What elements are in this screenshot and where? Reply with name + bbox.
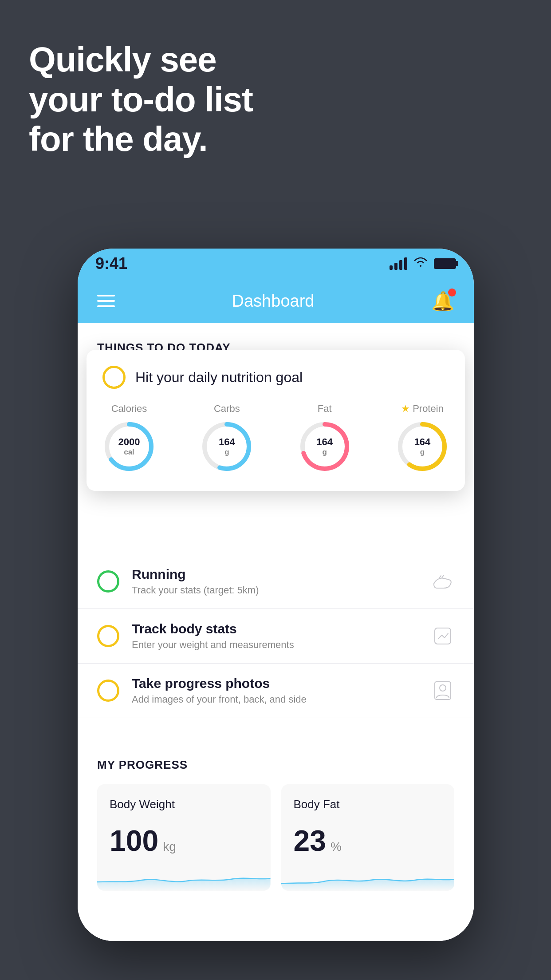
progress-title: MY PROGRESS (97, 758, 454, 772)
body-weight-chart (97, 864, 271, 891)
person-icon (431, 679, 454, 702)
headline-line1: Quickly see (29, 40, 253, 80)
nutrition-card-title-row: Hit your daily nutrition goal (102, 366, 449, 389)
svg-point-10 (440, 685, 446, 691)
protein-ring: 164 g (396, 420, 449, 473)
body-fat-title: Body Fat (294, 798, 442, 811)
nutrition-protein: ★ Protein 164 g (396, 403, 449, 473)
phone-shell: 9:41 Dashboard (78, 249, 474, 941)
todo-item-photos[interactable]: Take progress photos Add images of your … (78, 664, 474, 718)
body-fat-card[interactable]: Body Fat 23 % (281, 784, 455, 891)
body-weight-value: 100 kg (110, 824, 258, 858)
signal-icon (390, 257, 407, 270)
app-header: Dashboard 🔔 (78, 279, 474, 323)
todo-item-running[interactable]: Running Track your stats (target: 5km) (78, 554, 474, 609)
status-bar: 9:41 (78, 249, 474, 279)
todo-title-photos: Take progress photos (132, 676, 419, 691)
nutrition-carbs: Carbs 164 g (200, 403, 253, 473)
body-weight-title: Body Weight (110, 798, 258, 811)
calories-ring: 2000 cal (102, 420, 156, 473)
nutrition-card[interactable]: Hit your daily nutrition goal Calories (87, 350, 465, 491)
status-time: 9:41 (95, 254, 127, 273)
body-weight-card[interactable]: Body Weight 100 kg (97, 784, 271, 891)
status-icons (390, 257, 456, 271)
calories-label: Calories (111, 403, 147, 415)
todo-subtitle-running: Track your stats (target: 5km) (132, 585, 419, 596)
fat-ring: 164 g (298, 420, 351, 473)
body-fat-chart (281, 864, 455, 891)
nutrition-fat: Fat 164 g (298, 403, 351, 473)
todo-subtitle-body-stats: Enter your weight and measurements (132, 639, 419, 651)
todo-text-running: Running Track your stats (target: 5km) (132, 567, 419, 596)
content-area: THINGS TO DO TODAY Hit your daily nutrit… (78, 323, 474, 941)
todo-item-body-stats[interactable]: Track body stats Enter your weight and m… (78, 609, 474, 664)
progress-section: MY PROGRESS Body Weight 100 kg (78, 736, 474, 909)
nutrition-card-title: Hit your daily nutrition goal (135, 369, 303, 386)
shoe-icon (431, 570, 454, 593)
header-title: Dashboard (232, 292, 315, 311)
menu-button[interactable] (97, 295, 115, 307)
battery-icon (434, 258, 456, 269)
todo-subtitle-photos: Add images of your front, back, and side (132, 694, 419, 705)
body-fat-unit: % (331, 840, 342, 854)
wifi-icon (413, 257, 428, 271)
todo-check-photos (97, 680, 119, 702)
carbs-ring: 164 g (200, 420, 253, 473)
todo-list: Running Track your stats (target: 5km) T… (78, 554, 474, 718)
nutrition-check-circle (102, 366, 126, 389)
scale-icon (431, 624, 454, 648)
todo-text-photos: Take progress photos Add images of your … (132, 676, 419, 705)
progress-cards: Body Weight 100 kg (97, 784, 454, 891)
body-weight-unit: kg (163, 840, 176, 854)
body-fat-number: 23 (294, 824, 326, 858)
carbs-label: Carbs (214, 403, 240, 415)
todo-check-body-stats (97, 625, 119, 647)
protein-label: ★ Protein (401, 403, 444, 415)
headline: Quickly see your to-do list for the day. (29, 40, 253, 159)
notification-badge (448, 288, 456, 296)
body-fat-value: 23 % (294, 824, 442, 858)
fat-label: Fat (318, 403, 332, 415)
todo-text-body-stats: Track body stats Enter your weight and m… (132, 621, 419, 651)
protein-star-icon: ★ (401, 403, 410, 415)
nutrition-calories: Calories 2000 cal (102, 403, 156, 473)
todo-title-body-stats: Track body stats (132, 621, 419, 636)
notifications-button[interactable]: 🔔 (431, 290, 454, 312)
body-weight-number: 100 (110, 824, 158, 858)
todo-check-running (97, 570, 119, 593)
headline-line2: your to-do list (29, 80, 253, 120)
headline-line3: for the day. (29, 119, 253, 159)
nutrition-circles: Calories 2000 cal (102, 403, 449, 473)
todo-title-running: Running (132, 567, 419, 582)
